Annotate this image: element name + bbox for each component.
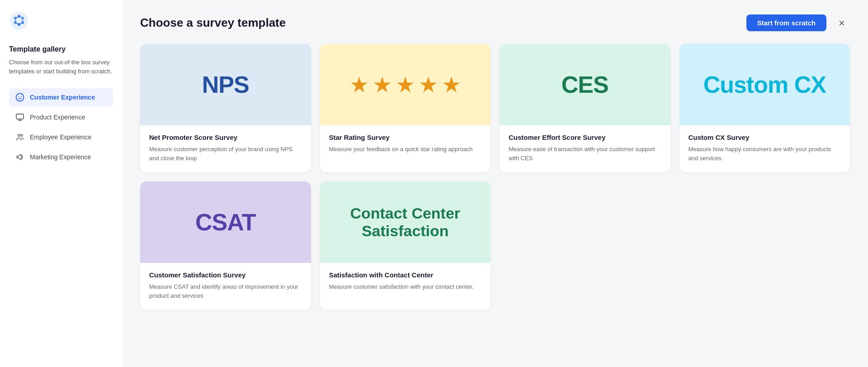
star-5: ★	[442, 72, 461, 97]
card-banner-csat: CSAT	[140, 181, 311, 263]
svg-point-12	[21, 134, 23, 136]
sidebar-item-customer-experience[interactable]: Customer Experience	[9, 88, 113, 106]
csat-survey-desc: Measure CSAT and identify areas of impro…	[149, 282, 302, 300]
template-card-nps[interactable]: NPS Net Promoter Score Survey Measure cu…	[140, 44, 311, 172]
template-grid: NPS Net Promoter Score Survey Measure cu…	[140, 44, 850, 310]
card-body-csat: Customer Satisfaction Survey Measure CSA…	[140, 263, 311, 310]
card-banner-star: ★ ★ ★ ★ ★	[320, 44, 491, 125]
card-banner-customcx: Custom CX	[679, 44, 850, 125]
main-content: Choose a survey template Start from scra…	[122, 0, 868, 367]
app-logo	[9, 11, 113, 33]
card-banner-contact: Contact Center Satisfaction	[320, 181, 491, 263]
nav-label-employee-experience: Employee Experience	[30, 133, 91, 141]
sidebar-nav: Customer Experience Product Experience	[9, 88, 113, 166]
star-2: ★	[373, 72, 392, 97]
megaphone-icon	[15, 153, 24, 162]
stars-display: ★ ★ ★ ★ ★	[349, 72, 461, 97]
sidebar-title: Template gallery	[9, 45, 113, 53]
template-card-ces[interactable]: CES Customer Effort Score Survey Measure…	[500, 44, 670, 172]
ces-survey-title: Customer Effort Score Survey	[509, 133, 661, 141]
card-body-customcx: Custom CX Survey Measure how happy consu…	[679, 125, 850, 172]
contact-survey-desc: Measure customer satisfaction with your …	[329, 282, 482, 291]
customcx-survey-title: Custom CX Survey	[689, 133, 841, 141]
star-3: ★	[396, 72, 415, 97]
nav-label-marketing-experience: Marketing Experience	[30, 153, 91, 161]
close-button[interactable]: ×	[834, 15, 850, 31]
star-1: ★	[349, 72, 369, 97]
card-body-star: Star Rating Survey Measure your feedback…	[320, 125, 491, 164]
ces-survey-desc: Measure ease of transaction with your cu…	[509, 145, 661, 162]
template-card-csat[interactable]: CSAT Customer Satisfaction Survey Measur…	[140, 181, 311, 310]
monitor-icon	[15, 113, 24, 122]
card-body-ces: Customer Effort Score Survey Measure eas…	[500, 125, 670, 172]
header-actions: Start from scratch ×	[746, 14, 850, 31]
nav-label-product-experience: Product Experience	[30, 114, 85, 121]
csat-survey-title: Customer Satisfaction Survey	[149, 271, 302, 279]
csat-banner-text: CSAT	[195, 209, 256, 236]
svg-point-9	[21, 96, 22, 97]
customcx-banner-text: Custom CX	[703, 71, 826, 98]
nps-banner-text: NPS	[202, 71, 249, 98]
start-from-scratch-button[interactable]: Start from scratch	[746, 14, 826, 31]
card-banner-ces: CES	[500, 44, 670, 125]
nav-label-customer-experience: Customer Experience	[30, 94, 95, 101]
template-card-contact-center[interactable]: Contact Center Satisfaction Satisfaction…	[320, 181, 491, 310]
template-card-custom-cx[interactable]: Custom CX Custom CX Survey Measure how h…	[679, 44, 850, 172]
people-icon	[15, 133, 24, 142]
star-4: ★	[419, 72, 438, 97]
star-survey-desc: Measure your feedback on a quick star ra…	[329, 145, 482, 154]
svg-point-0	[10, 12, 28, 30]
nps-survey-desc: Measure customer perception of your bran…	[149, 145, 302, 162]
nps-survey-title: Net Promoter Score Survey	[149, 133, 302, 141]
svg-rect-10	[16, 114, 24, 119]
star-survey-title: Star Rating Survey	[329, 133, 482, 141]
sidebar-item-employee-experience[interactable]: Employee Experience	[9, 128, 113, 146]
sidebar-item-marketing-experience[interactable]: Marketing Experience	[9, 148, 113, 166]
card-body-contact: Satisfaction with Contact Center Measure…	[320, 263, 491, 301]
main-header: Choose a survey template Start from scra…	[140, 14, 850, 31]
card-body-nps: Net Promoter Score Survey Measure custom…	[140, 125, 311, 172]
card-banner-nps: NPS	[140, 44, 311, 125]
smiley-icon	[15, 93, 24, 102]
svg-point-7	[16, 94, 24, 101]
svg-point-11	[18, 134, 20, 137]
contact-banner-text: Contact Center Satisfaction	[320, 205, 491, 240]
template-card-star-rating[interactable]: ★ ★ ★ ★ ★ Star Rating Survey Measure you…	[320, 44, 491, 172]
page-title: Choose a survey template	[140, 16, 286, 30]
sidebar-description: Choose from our out-of-the box survey te…	[9, 58, 113, 76]
ces-banner-text: CES	[561, 71, 609, 98]
sidebar-item-product-experience[interactable]: Product Experience	[9, 108, 113, 126]
svg-point-8	[19, 96, 19, 97]
contact-survey-title: Satisfaction with Contact Center	[329, 271, 482, 279]
sidebar: Template gallery Choose from our out-of-…	[0, 0, 122, 367]
customcx-survey-desc: Measure how happy consumers are with you…	[689, 145, 841, 162]
